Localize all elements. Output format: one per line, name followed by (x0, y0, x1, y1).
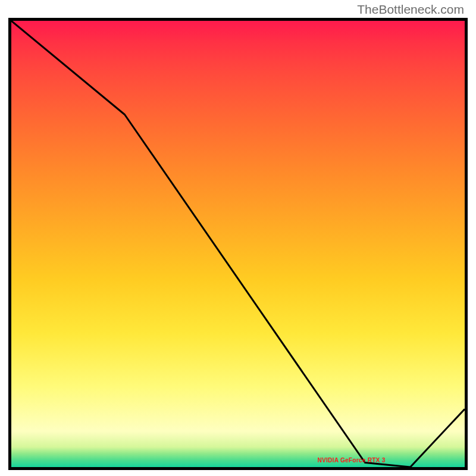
chart-container: TheBottleneck.com NVIDIA GeForce RTX 3 (0, 0, 476, 476)
chart-plot-area: NVIDIA GeForce RTX 3 (8, 18, 468, 470)
chart-line-layer (11, 21, 465, 467)
annotation-label: NVIDIA GeForce RTX 3 (318, 457, 386, 464)
watermark-text: TheBottleneck.com (357, 2, 464, 17)
data-curve (11, 21, 465, 467)
